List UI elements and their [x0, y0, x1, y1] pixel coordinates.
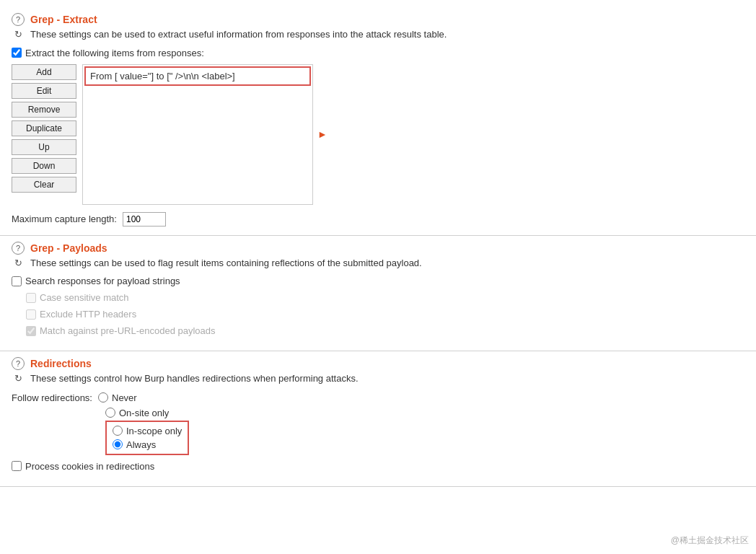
match-pre-url-checkbox[interactable]	[26, 326, 36, 336]
extract-buttons-col: Add Edit Remove Duplicate Up Down Clear	[12, 64, 76, 205]
process-cookies-label[interactable]: Process cookies in redirections	[12, 461, 744, 472]
radio-inscope[interactable]: In-scope only	[113, 425, 182, 437]
clear-button[interactable]: Clear	[12, 177, 76, 193]
search-checkbox-label[interactable]: Search responses for payload strings	[12, 276, 744, 286]
search-checkbox[interactable]	[12, 276, 22, 286]
refresh-icon[interactable]: ↻	[12, 28, 25, 41]
redirections-refresh-row: ↻ These settings control how Burp handle…	[12, 371, 744, 386]
grep-extract-header: ? Grep - Extract	[12, 13, 744, 26]
radio-inscope-input[interactable]	[113, 426, 123, 436]
page-container: ? Grep - Extract ↻ These settings can be…	[0, 0, 756, 554]
radio-never-input[interactable]	[98, 392, 108, 403]
refresh-icon-redirections[interactable]: ↻	[12, 372, 25, 385]
radio-always[interactable]: Always	[113, 439, 182, 451]
additional-radio-options: On-site only In-scope only Always	[105, 407, 744, 455]
grep-extract-title: Grep - Extract	[30, 14, 97, 25]
watermark: @稀土掘金技术社区	[671, 535, 749, 547]
grep-payloads-header: ? Grep - Payloads	[12, 242, 744, 255]
arrow-icon: ►	[317, 128, 328, 140]
add-button[interactable]: Add	[12, 64, 76, 80]
grep-payloads-title: Grep - Payloads	[30, 242, 107, 254]
duplicate-button[interactable]: Duplicate	[12, 120, 76, 136]
down-button[interactable]: Down	[12, 158, 76, 174]
up-button[interactable]: Up	[12, 139, 76, 155]
max-capture-row: Maximum capture length: 100	[12, 212, 744, 227]
max-capture-label: Maximum capture length:	[12, 214, 117, 224]
radio-never[interactable]: Never	[98, 392, 137, 404]
radio-onsite[interactable]: On-site only	[105, 407, 744, 419]
help-icon-redirections[interactable]: ?	[12, 357, 25, 370]
edit-button[interactable]: Edit	[12, 83, 76, 99]
radio-onsite-input[interactable]	[105, 408, 115, 418]
redirections-desc: These settings control how Burp handles …	[30, 371, 359, 386]
case-sensitive-label[interactable]: Case sensitive match	[26, 292, 744, 303]
grep-payloads-section: ? Grep - Payloads ↻ These settings can b…	[0, 236, 756, 352]
redirections-section: ? Redirections ↻ These settings control …	[0, 351, 756, 487]
remove-button[interactable]: Remove	[12, 102, 76, 118]
exclude-http-checkbox[interactable]	[26, 309, 36, 320]
redirections-header: ? Redirections	[12, 357, 744, 370]
redirections-options: Follow redirections: Never On-site only …	[12, 392, 744, 455]
extract-list-area[interactable]: From [ value="] to [" />\n\n <label>]	[82, 64, 313, 205]
process-cookies-checkbox[interactable]	[12, 461, 22, 471]
help-icon[interactable]: ?	[12, 13, 25, 26]
follow-row: Follow redirections: Never	[12, 392, 744, 404]
follow-label: Follow redirections:	[12, 392, 92, 403]
payload-sub-options: Case sensitive match Exclude HTTP header…	[26, 292, 744, 336]
exclude-http-label[interactable]: Exclude HTTP headers	[26, 309, 744, 320]
highlighted-radio-box: In-scope only Always	[105, 421, 189, 455]
match-pre-url-label[interactable]: Match against pre-URL-encoded payloads	[26, 325, 744, 336]
grep-payloads-desc: These settings can be used to flag resul…	[30, 256, 422, 271]
refresh-row: ↻ These settings can be used to extract …	[12, 27, 744, 42]
extract-checkbox[interactable]	[12, 48, 22, 58]
case-sensitive-checkbox[interactable]	[26, 293, 36, 303]
redirections-title: Redirections	[30, 358, 92, 369]
max-capture-input[interactable]: 100	[123, 212, 166, 227]
extract-content-area: Add Edit Remove Duplicate Up Down Clear …	[12, 64, 744, 205]
payloads-refresh-row: ↻ These settings can be used to flag res…	[12, 256, 744, 271]
extract-list-item[interactable]: From [ value="] to [" />\n\n <label>]	[84, 66, 311, 86]
refresh-icon-payloads[interactable]: ↻	[12, 256, 25, 269]
extract-checkbox-label[interactable]: Extract the following items from respons…	[12, 48, 744, 58]
help-icon-payloads[interactable]: ?	[12, 242, 25, 255]
radio-always-input[interactable]	[113, 439, 123, 449]
grep-extract-section: ? Grep - Extract ↻ These settings can be…	[0, 7, 756, 236]
grep-extract-desc: These settings can be used to extract us…	[30, 27, 447, 42]
